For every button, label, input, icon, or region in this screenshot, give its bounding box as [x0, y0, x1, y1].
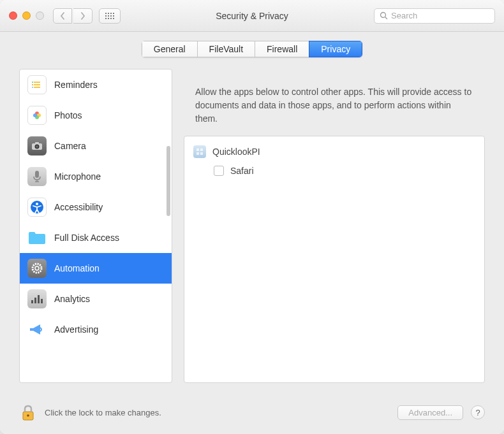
svg-rect-29	[196, 152, 199, 155]
megaphone-icon	[27, 320, 47, 339]
show-all-button[interactable]	[99, 8, 121, 24]
svg-point-6	[32, 84, 33, 85]
content-area: Reminders Photos Camera Microphone	[0, 69, 504, 396]
detail-description: Allow the apps below to control other ap…	[184, 69, 485, 136]
svg-rect-24	[34, 298, 36, 303]
svg-rect-16	[35, 171, 39, 178]
traffic-lights	[9, 11, 44, 20]
svg-point-11	[33, 113, 37, 117]
sidebar-item-automation[interactable]: Automation	[20, 253, 172, 284]
lock-icon[interactable]	[19, 403, 37, 421]
svg-rect-26	[41, 299, 43, 303]
privacy-sidebar: Reminders Photos Camera Microphone	[19, 69, 172, 383]
titlebar: Security & Privacy Search	[0, 0, 504, 32]
chevron-left-icon	[60, 12, 65, 20]
search-placeholder: Search	[391, 11, 417, 20]
sidebar-item-camera[interactable]: Camera	[20, 131, 172, 161]
sidebar-item-label: Reminders	[54, 80, 98, 90]
app-checkbox[interactable]	[214, 166, 224, 176]
svg-rect-30	[200, 152, 203, 155]
svg-line-1	[385, 17, 388, 20]
gear-icon	[27, 259, 47, 278]
svg-point-5	[32, 82, 33, 83]
tabs-row: General FileVault Firewall Privacy	[0, 32, 504, 69]
tab-firewall[interactable]: Firewall	[255, 41, 309, 57]
svg-point-20	[36, 203, 38, 205]
svg-point-14	[36, 145, 38, 148]
preferences-window: Security & Privacy Search General FileVa…	[0, 0, 504, 434]
accessibility-icon	[27, 198, 47, 217]
minimize-button[interactable]	[22, 11, 31, 20]
sidebar-item-photos[interactable]: Photos	[20, 100, 172, 131]
svg-rect-25	[38, 295, 40, 303]
sidebar-item-label: Advertising	[54, 324, 98, 335]
sidebar-item-microphone[interactable]: Microphone	[20, 161, 172, 192]
sidebar-item-label: Automation	[54, 263, 100, 273]
search-input[interactable]: Search	[374, 8, 495, 24]
app-row[interactable]: QuicklookPI	[193, 141, 475, 162]
svg-point-0	[381, 13, 386, 18]
search-icon	[380, 11, 388, 20]
grid-icon	[105, 13, 114, 19]
sidebar-item-accessibility[interactable]: Accessibility	[20, 192, 172, 222]
svg-point-7	[32, 87, 33, 88]
sidebar-item-label: Microphone	[54, 171, 101, 182]
camera-icon	[27, 136, 47, 156]
detail-panel: Allow the apps below to control other ap…	[184, 69, 485, 383]
svg-rect-28	[200, 148, 203, 151]
help-button[interactable]: ?	[471, 405, 485, 419]
tab-privacy[interactable]: Privacy	[309, 41, 362, 57]
svg-rect-27	[196, 148, 199, 151]
apps-list: QuicklookPI Safari	[184, 136, 485, 383]
svg-rect-15	[35, 142, 39, 144]
sidebar-item-full-disk-access[interactable]: Full Disk Access	[20, 222, 172, 253]
forward-button[interactable]	[73, 8, 93, 24]
app-name: QuicklookPI	[212, 147, 260, 157]
sidebar-scrollbar[interactable]	[167, 146, 170, 216]
sidebar-item-label: Accessibility	[54, 202, 103, 212]
close-button[interactable]	[9, 11, 17, 20]
advanced-button[interactable]: Advanced...	[397, 405, 463, 420]
photos-icon	[27, 106, 47, 125]
reminders-icon	[27, 75, 47, 94]
svg-point-22	[35, 266, 39, 270]
app-child-name: Safari	[230, 166, 254, 176]
microphone-icon	[27, 167, 47, 186]
sidebar-item-label: Photos	[54, 110, 82, 120]
tab-segmented-control: General FileVault Firewall Privacy	[142, 41, 362, 57]
analytics-icon	[27, 289, 47, 308]
app-generic-icon	[193, 145, 206, 158]
svg-rect-23	[31, 300, 33, 303]
lock-text: Click the lock to make changes.	[45, 408, 390, 417]
tab-general[interactable]: General	[142, 41, 197, 57]
nav-buttons	[53, 8, 93, 24]
sidebar-item-advertising[interactable]: Advertising	[20, 314, 172, 345]
maximize-button	[36, 11, 44, 20]
sidebar-item-analytics[interactable]: Analytics	[20, 284, 172, 314]
sidebar-item-label: Full Disk Access	[54, 233, 119, 243]
footer: Click the lock to make changes. Advanced…	[0, 396, 504, 434]
tab-filevault[interactable]: FileVault	[197, 41, 255, 57]
app-child-row[interactable]: Safari	[193, 162, 475, 180]
sidebar-item-reminders[interactable]: Reminders	[20, 69, 172, 100]
back-button[interactable]	[53, 8, 72, 24]
sidebar-item-label: Camera	[54, 141, 86, 151]
folder-icon	[27, 228, 47, 247]
chevron-right-icon	[80, 12, 85, 20]
svg-point-32	[27, 414, 29, 417]
sidebar-item-label: Analytics	[54, 294, 90, 304]
